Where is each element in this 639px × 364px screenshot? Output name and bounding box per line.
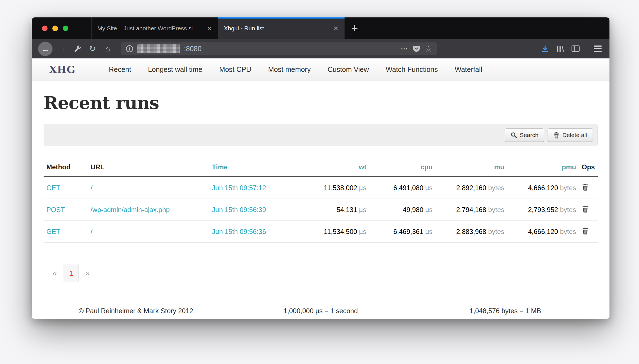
pagination-page-1[interactable]: 1 <box>64 265 79 282</box>
runs-table: Method URL Time wt cpu mu pmu Ops GET / <box>44 159 598 243</box>
sidebar-icon <box>572 45 580 52</box>
window-controls <box>32 17 91 39</box>
run-method-link[interactable]: GET <box>46 184 60 192</box>
mu-unit: bytes <box>488 206 504 213</box>
table-row: GET / Jun 15th 09:57:12 11,538,002 µs 6,… <box>44 177 598 199</box>
menu-button[interactable] <box>592 46 603 52</box>
tab-xhgui-run-list[interactable]: Xhgui - Run list × <box>218 17 345 39</box>
run-method-link[interactable]: GET <box>46 228 60 235</box>
reload-icon: ↻ <box>89 44 96 53</box>
trash-icon <box>582 184 588 191</box>
mu-value: 2,883,968 <box>456 228 486 235</box>
pagination: « 1 » <box>46 265 598 282</box>
run-time-link[interactable]: Jun 15th 09:56:39 <box>212 206 266 213</box>
site-info-icon[interactable] <box>126 45 133 53</box>
col-header-cpu-sort[interactable]: cpu <box>369 159 435 177</box>
nav-item-watch-functions[interactable]: Watch Functions <box>377 65 446 74</box>
col-header-mu-sort[interactable]: mu <box>435 159 507 177</box>
downloads-button[interactable] <box>539 43 551 55</box>
wall-time-value: 54,131 <box>337 206 357 213</box>
tab-title: My Site – Just another WordPress si <box>97 25 203 32</box>
nav-menu: Recent Longest wall time Most CPU Most m… <box>100 58 491 81</box>
new-tab-button[interactable]: + <box>345 17 365 39</box>
mu-unit: bytes <box>488 228 504 235</box>
mu-unit: bytes <box>488 184 504 192</box>
nav-item-longest-wall-time[interactable]: Longest wall time <box>140 65 211 74</box>
delete-all-button[interactable]: Delete all <box>548 128 593 142</box>
pmu-unit: bytes <box>560 228 576 235</box>
url-bar[interactable]: :8080 ••• ☆ <box>121 42 437 55</box>
delete-all-button-label: Delete all <box>562 132 587 138</box>
wrench-button[interactable] <box>71 43 84 55</box>
nav-item-recent[interactable]: Recent <box>100 65 140 74</box>
trash-icon <box>554 132 559 138</box>
sidebar-toggle-button[interactable] <box>569 43 582 55</box>
pmu-unit: bytes <box>560 184 576 192</box>
mu-value: 2,892,160 <box>456 184 486 192</box>
table-row: POST /wp-admin/admin-ajax.php Jun 15th 0… <box>44 199 598 221</box>
home-button[interactable]: ⌂ <box>102 43 114 55</box>
tab-bar: My Site – Just another WordPress si × Xh… <box>32 17 609 39</box>
zoom-window-button[interactable] <box>63 26 68 31</box>
download-icon <box>541 45 549 53</box>
forward-button[interactable]: → <box>56 43 68 55</box>
reload-button[interactable]: ↻ <box>86 43 99 55</box>
forward-arrow-icon: → <box>58 44 66 53</box>
table-header-row: Method URL Time wt cpu mu pmu Ops <box>44 159 598 177</box>
search-icon <box>511 132 517 138</box>
run-url-link[interactable]: / <box>91 228 93 235</box>
wall-time-unit: µs <box>359 228 366 235</box>
wall-time-unit: µs <box>359 184 366 192</box>
close-window-button[interactable] <box>42 26 48 31</box>
page-footer: © Paul Reinheimer & Mark Story 2012 1,00… <box>44 296 598 318</box>
table-row: GET / Jun 15th 09:56:36 11,534,500 µs 6,… <box>44 221 598 243</box>
cpu-unit: µs <box>425 206 433 213</box>
nav-item-most-cpu[interactable]: Most CPU <box>211 65 260 74</box>
nav-item-most-memory[interactable]: Most memory <box>260 65 319 74</box>
run-method-link[interactable]: POST <box>46 206 65 213</box>
delete-run-button[interactable] <box>582 205 589 214</box>
wrench-icon <box>74 45 81 53</box>
col-header-pmu-sort[interactable]: pmu <box>507 159 579 177</box>
pagination-prev-button[interactable]: « <box>46 269 64 278</box>
nav-item-waterfall[interactable]: Waterfall <box>446 65 491 74</box>
tab-wordpress-site[interactable]: My Site – Just another WordPress si × <box>91 17 218 39</box>
trash-icon <box>582 228 588 235</box>
close-tab-icon[interactable]: × <box>206 24 212 33</box>
page-content: XHG Recent Longest wall time Most CPU Mo… <box>32 58 609 319</box>
col-header-time-sort[interactable]: Time <box>209 159 303 177</box>
wall-time-value: 11,534,500 <box>324 228 357 235</box>
close-tab-icon[interactable]: × <box>333 24 339 33</box>
run-time-link[interactable]: Jun 15th 09:57:12 <box>212 184 266 192</box>
pocket-icon[interactable] <box>413 45 420 53</box>
page-actions-icon[interactable]: ••• <box>401 46 408 51</box>
app-navbar: XHG Recent Longest wall time Most CPU Mo… <box>32 58 609 81</box>
bookmark-star-icon[interactable]: ☆ <box>425 44 432 54</box>
nav-item-custom-view[interactable]: Custom View <box>319 65 377 74</box>
xhgui-logo[interactable]: XHG <box>32 58 93 81</box>
wall-time-unit: µs <box>359 206 366 213</box>
pmu-value: 4,666,120 <box>528 228 558 235</box>
minimize-window-button[interactable] <box>52 26 58 31</box>
back-button[interactable]: ← <box>38 42 53 56</box>
pmu-unit: bytes <box>560 206 576 213</box>
search-button[interactable]: Search <box>505 128 544 142</box>
footer-copyright: © Paul Reinheimer & Mark Story 2012 <box>44 307 228 315</box>
delete-run-button[interactable] <box>582 183 589 192</box>
run-url-link[interactable]: / <box>91 184 93 192</box>
run-url-link[interactable]: /wp-admin/admin-ajax.php <box>91 206 170 213</box>
back-arrow-icon: ← <box>41 44 50 54</box>
pmu-value: 4,666,120 <box>528 184 558 192</box>
cpu-unit: µs <box>425 184 433 192</box>
library-button[interactable] <box>554 43 566 55</box>
col-header-method: Method <box>44 159 88 177</box>
cpu-value: 6,491,080 <box>393 184 424 192</box>
pagination-next-button[interactable]: » <box>79 269 96 278</box>
run-time-link[interactable]: Jun 15th 09:56:36 <box>212 228 266 235</box>
library-icon <box>557 45 564 53</box>
col-header-wt-sort[interactable]: wt <box>303 159 369 177</box>
col-header-url: URL <box>88 159 209 177</box>
trash-icon <box>582 206 588 213</box>
page-body: Recent runs Search Delete all Method URL… <box>32 81 609 319</box>
delete-run-button[interactable] <box>582 227 589 236</box>
